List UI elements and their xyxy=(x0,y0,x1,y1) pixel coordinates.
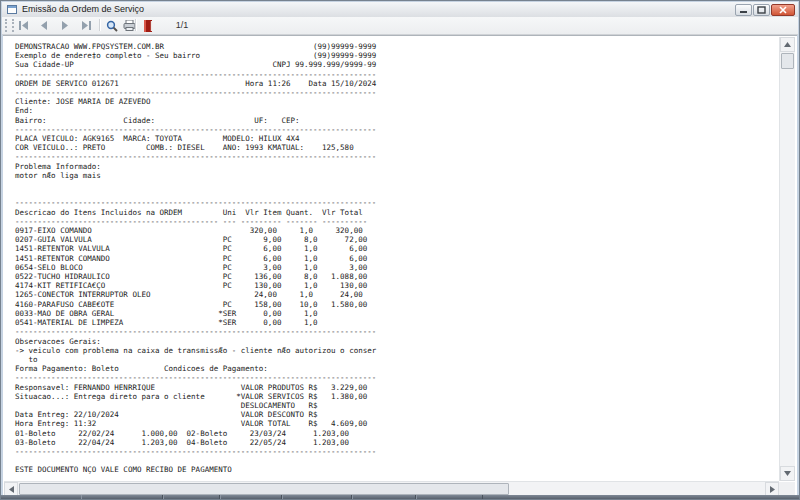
taskbar-segment xyxy=(81,495,163,499)
window-title: Emissão da Ordem de Serviço xyxy=(22,4,144,14)
maximize-button[interactable] xyxy=(753,4,770,16)
page-indicator: 1/1 xyxy=(162,20,202,30)
print-preview-area: DEMONSTRACAO WWW.FPQSYSTEM.COM.BR (99)99… xyxy=(3,35,797,497)
maximize-icon xyxy=(757,6,766,14)
scroll-down-button[interactable] xyxy=(780,466,795,481)
next-page-icon xyxy=(61,21,69,30)
previous-page-icon xyxy=(40,21,48,30)
zoom-button[interactable] xyxy=(103,18,121,33)
exit-button[interactable] xyxy=(139,18,157,33)
minimize-button[interactable] xyxy=(735,4,752,16)
arrow-left-icon xyxy=(9,486,14,493)
toolbar: 1/1 xyxy=(2,17,798,35)
title-bar[interactable]: Emissão da Ordem de Serviço xyxy=(2,2,798,18)
first-page-button[interactable] xyxy=(14,18,32,33)
vertical-scrollbar[interactable] xyxy=(779,37,795,481)
report-text: DEMONSTRACAO WWW.FPQSYSTEM.COM.BR (99)99… xyxy=(15,42,376,475)
last-page-button[interactable] xyxy=(77,18,95,33)
app-icon xyxy=(7,5,17,14)
minimize-icon xyxy=(739,6,748,14)
exit-book-icon xyxy=(144,20,153,32)
arrow-down-icon xyxy=(784,471,791,476)
last-page-icon xyxy=(81,21,92,30)
horizontal-scroll-thumb[interactable] xyxy=(19,483,509,495)
arrow-right-icon xyxy=(770,486,775,493)
close-icon xyxy=(779,6,787,14)
taskbar-strip xyxy=(1,495,799,499)
magnifier-icon xyxy=(106,20,118,32)
horizontal-scrollbar[interactable] xyxy=(4,481,779,496)
vertical-scroll-thumb[interactable] xyxy=(781,53,794,69)
scroll-left-button[interactable] xyxy=(4,482,18,496)
previous-page-button[interactable] xyxy=(35,18,53,33)
scrollbar-corner xyxy=(779,482,795,496)
taskbar-segment xyxy=(163,495,220,499)
toolbar-grip-handle[interactable] xyxy=(5,19,14,32)
scroll-up-button[interactable] xyxy=(780,37,795,52)
taskbar-segment xyxy=(352,495,416,499)
close-button[interactable] xyxy=(771,4,795,16)
taskbar-segment xyxy=(416,495,483,499)
arrow-up-icon xyxy=(784,42,791,47)
first-page-icon xyxy=(18,21,29,30)
scroll-right-button[interactable] xyxy=(765,482,779,496)
taskbar-segment xyxy=(220,495,282,499)
preview-window: Emissão da Ordem de Serviço xyxy=(0,0,800,500)
next-page-button[interactable] xyxy=(56,18,74,33)
toolbar-separator xyxy=(99,19,100,31)
taskbar-segment xyxy=(282,495,352,499)
toolbar-separator xyxy=(135,19,136,31)
printer-icon xyxy=(123,20,136,31)
